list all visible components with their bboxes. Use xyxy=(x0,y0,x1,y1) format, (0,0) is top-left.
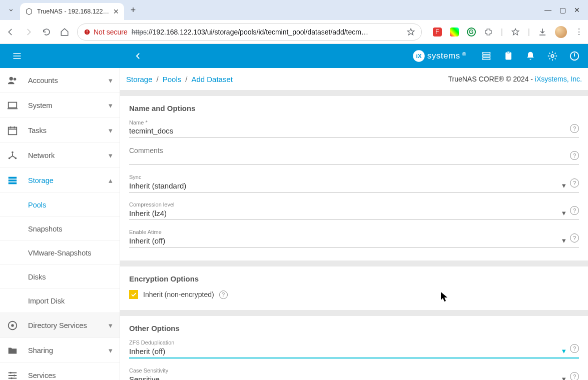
field-value: Inherit (off) xyxy=(129,347,165,356)
back-button[interactable] xyxy=(5,26,16,38)
sidebar-item-services[interactable]: Services xyxy=(0,363,120,380)
folder-share-icon xyxy=(7,345,18,356)
chevron-down-icon: ▾ xyxy=(109,102,113,110)
minimize-icon[interactable]: — xyxy=(544,6,551,14)
grammarly-icon[interactable]: G xyxy=(467,28,476,36)
extensions-puzzle-icon[interactable] xyxy=(484,28,493,36)
new-tab-button[interactable]: + xyxy=(126,3,140,17)
truecommand-icon[interactable] xyxy=(481,50,492,62)
calendar-icon xyxy=(7,125,18,136)
svg-rect-12 xyxy=(9,127,17,134)
encryption-section: Encryption Options Inherit (non-encrypte… xyxy=(120,266,588,310)
inherit-encryption-checkbox[interactable] xyxy=(129,290,138,299)
sidebar-item-network[interactable]: Network ▾ xyxy=(0,143,120,168)
field-label: Comments xyxy=(129,146,566,154)
sidebar-item-accounts[interactable]: Accounts ▾ xyxy=(0,68,120,93)
notifications-icon[interactable] xyxy=(525,50,536,62)
field-label: Compression level xyxy=(129,202,566,208)
field-value: Inherit (off) xyxy=(129,236,165,245)
section-title: Other Options xyxy=(129,324,579,332)
breadcrumb-storage[interactable]: Storage xyxy=(126,75,153,84)
chevron-up-icon: ▴ xyxy=(109,176,113,184)
not-secure-badge[interactable]: Not secure xyxy=(84,28,128,36)
tab-close-icon[interactable]: ✕ xyxy=(113,8,119,16)
bookmark-star-icon[interactable] xyxy=(406,28,415,36)
sidebar: Accounts ▾ System ▾ Tasks ▾ Network ▾ St… xyxy=(0,68,120,380)
help-icon[interactable]: ? xyxy=(570,344,579,353)
app-header: iX systems ® xyxy=(0,44,588,68)
sidebar-sub-vmware-snapshots[interactable]: VMware-Snapshots xyxy=(0,241,120,265)
sidebar-item-label: Disks xyxy=(28,273,46,281)
comments-field[interactable]: Comments ? xyxy=(129,146,579,165)
case-sensitivity-field[interactable]: Case Sensitivity Sensitive ▾ ? xyxy=(129,368,579,380)
close-window-icon[interactable]: ✕ xyxy=(574,6,580,14)
sidebar-item-label: Pools xyxy=(28,201,46,209)
settings-gear-icon[interactable] xyxy=(547,50,558,62)
flipboard-icon[interactable]: F xyxy=(433,28,442,36)
menu-toggle-icon[interactable] xyxy=(8,47,26,65)
ixsystems-link[interactable]: iXsystems, Inc. xyxy=(535,75,582,83)
field-label: Name * xyxy=(129,120,566,126)
help-icon[interactable]: ? xyxy=(570,178,579,188)
sidebar-item-label: VMware-Snapshots xyxy=(28,249,92,257)
breadcrumb: Storage / Pools / Add Dataset TrueNAS CO… xyxy=(120,68,588,90)
sidebar-sub-snapshots[interactable]: Snapshots xyxy=(0,217,120,241)
help-icon[interactable]: ? xyxy=(570,151,579,160)
svg-rect-2 xyxy=(87,32,87,33)
sync-field[interactable]: Sync Inherit (standard) ▾ ? xyxy=(129,174,579,192)
back-chevron-icon[interactable] xyxy=(129,47,147,65)
bookmarks-icon[interactable] xyxy=(511,28,520,36)
power-icon[interactable] xyxy=(569,50,580,62)
forward-button[interactable] xyxy=(23,26,34,38)
other-options-section: Other Options ZFS Deduplication Inherit … xyxy=(120,316,588,380)
tab-search-dropdown[interactable] xyxy=(4,3,18,17)
maximize-icon[interactable]: ▢ xyxy=(559,6,566,14)
browser-tab[interactable]: TrueNAS - 192.168.122… ✕ xyxy=(20,3,124,20)
copyright: TrueNAS CORE® © 2024 - iXsystems, Inc. xyxy=(448,75,582,83)
sidebar-item-directory-services[interactable]: Directory Services ▾ xyxy=(0,313,120,338)
sidebar-sub-disks[interactable]: Disks xyxy=(0,265,120,289)
atime-field[interactable]: Enable Atime Inherit (off) ▾ ? xyxy=(129,229,579,248)
url-bar[interactable]: Not secure https://192.168.122.103/ui/st… xyxy=(77,24,422,40)
browser-menu-icon[interactable]: ⋮ xyxy=(575,27,583,36)
field-label: Case Sensitivity xyxy=(129,368,566,374)
comments-input[interactable] xyxy=(129,160,566,160)
not-secure-text: Not secure xyxy=(94,28,128,36)
sidebar-item-storage[interactable]: Storage ▴ xyxy=(0,168,120,193)
help-icon[interactable]: ? xyxy=(570,234,579,242)
name-input[interactable] xyxy=(129,126,566,137)
sidebar-item-label: Directory Services xyxy=(28,322,99,330)
home-button[interactable] xyxy=(59,26,70,38)
reload-button[interactable] xyxy=(41,26,52,38)
sidebar-item-label: Accounts xyxy=(28,76,99,84)
tab-title: TrueNAS - 192.168.122… xyxy=(37,8,109,15)
clipboard-icon[interactable] xyxy=(503,50,514,62)
svg-point-23 xyxy=(11,377,13,379)
sidebar-item-tasks[interactable]: Tasks ▾ xyxy=(0,118,120,143)
sidebar-item-system[interactable]: System ▾ xyxy=(0,93,120,118)
section-title: Name and Options xyxy=(129,104,579,112)
browser-toolbar: Not secure https://192.168.122.103/ui/st… xyxy=(0,20,588,44)
breadcrumb-add-dataset[interactable]: Add Dataset xyxy=(191,75,233,84)
svg-point-9 xyxy=(10,76,13,80)
storage-icon xyxy=(7,175,18,186)
breadcrumb-pools[interactable]: Pools xyxy=(163,75,182,84)
profile-avatar[interactable] xyxy=(555,26,567,38)
help-icon[interactable]: ? xyxy=(570,372,579,380)
sidebar-sub-pools[interactable]: Pools xyxy=(0,193,120,217)
ixsystems-logo[interactable]: iX systems ® xyxy=(412,50,466,62)
sidebar-sub-import-disk[interactable]: Import Disk xyxy=(0,289,120,313)
svg-rect-11 xyxy=(9,102,17,108)
content-area: Storage / Pools / Add Dataset TrueNAS CO… xyxy=(120,68,588,380)
compression-field[interactable]: Compression level Inherit (lz4) ▾ ? xyxy=(129,202,579,220)
extension-icon-2[interactable] xyxy=(450,28,459,36)
help-icon[interactable]: ? xyxy=(219,290,228,299)
download-icon[interactable] xyxy=(538,28,547,36)
dropdown-arrow-icon: ▾ xyxy=(562,181,566,190)
svg-rect-5 xyxy=(505,52,511,60)
sidebar-item-sharing[interactable]: Sharing ▾ xyxy=(0,338,120,363)
help-icon[interactable]: ? xyxy=(570,206,579,215)
name-field[interactable]: Name * ? xyxy=(129,120,579,138)
help-icon[interactable]: ? xyxy=(570,124,579,133)
dedup-field[interactable]: ZFS Deduplication Inherit (off) ▾ ? xyxy=(129,340,579,358)
